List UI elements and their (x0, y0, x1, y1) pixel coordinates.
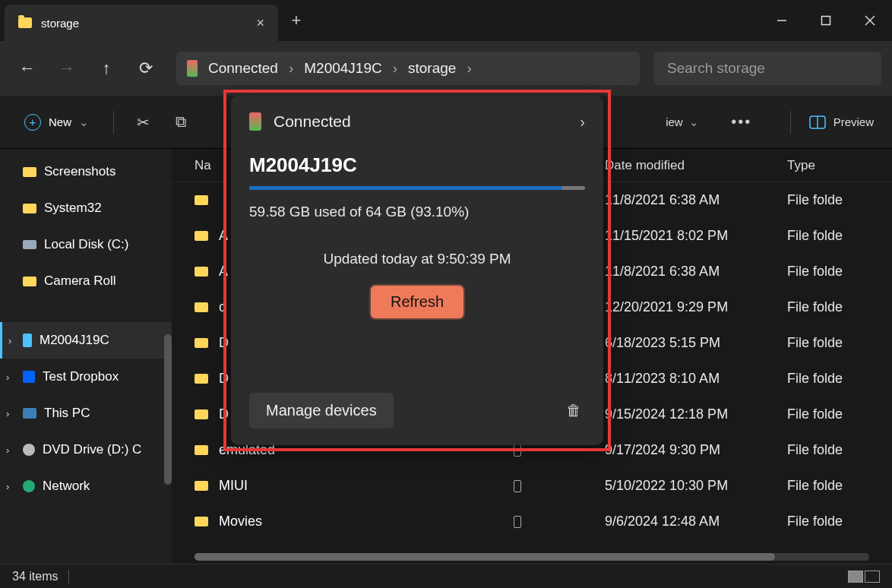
horizontal-scrollbar[interactable] (195, 553, 869, 561)
table-row[interactable]: MIUI5/10/2022 10:30 PMFile folde (172, 468, 892, 504)
tab-title: storage (41, 17, 79, 30)
phone-badge-icon (514, 444, 521, 457)
chevron-right-icon: › (393, 60, 397, 77)
crumb-storage[interactable]: storage (408, 60, 456, 77)
forward-button[interactable]: → (50, 52, 84, 85)
folder-icon (195, 267, 208, 277)
sidebar-item[interactable]: ›M2004J19C (0, 322, 172, 359)
scrollbar-thumb[interactable] (195, 553, 775, 561)
folder-icon (195, 338, 208, 348)
search-input[interactable]: Search storage (653, 52, 881, 85)
phone-badge-icon (514, 480, 521, 492)
folder-icon (195, 409, 208, 419)
col-date[interactable]: Date modified (605, 158, 787, 173)
sidebar-scrollbar[interactable] (164, 334, 172, 485)
chevron-right-icon: › (6, 444, 9, 456)
device-popup: Connected › M2004J19C 59.58 GB used of 6… (231, 96, 603, 445)
storage-usage-text: 59.58 GB used of 64 GB (93.10%) (249, 204, 585, 220)
table-row[interactable]: Movies9/6/2024 12:48 AMFile folde (172, 504, 892, 539)
search-placeholder: Search storage (667, 60, 765, 77)
new-label: New (49, 115, 71, 128)
folder-icon (195, 517, 208, 526)
device-name: M2004J19C (249, 153, 585, 177)
popup-header: Connected (274, 112, 351, 131)
crumb-connected[interactable]: Connected (208, 60, 278, 77)
chevron-down-icon: ⌄ (689, 115, 699, 129)
folder-icon (195, 374, 208, 384)
separator (790, 111, 791, 134)
layout-switcher (848, 571, 880, 583)
minimize-button[interactable] (760, 0, 804, 41)
window-controls (760, 0, 892, 41)
new-button[interactable]: + New ⌄ (14, 106, 100, 138)
chevron-right-icon[interactable]: › (580, 113, 585, 131)
back-button[interactable]: ← (11, 52, 44, 85)
chevron-right-icon: › (6, 408, 9, 419)
sidebar-item[interactable]: Camera Roll (0, 263, 172, 299)
folder-icon (195, 195, 208, 205)
copy-icon[interactable]: ⧉ (166, 107, 196, 138)
sidebar-item[interactable]: ›Test Dropbox (0, 359, 172, 395)
status-bar: 34 items (0, 564, 892, 588)
manage-devices-button[interactable]: Manage devices (249, 393, 394, 428)
titlebar: storage × + (0, 0, 892, 41)
svg-rect-1 (822, 17, 830, 25)
device-icon (187, 60, 198, 77)
chevron-right-icon: › (8, 335, 11, 346)
close-window-button[interactable] (848, 0, 892, 41)
plus-circle-icon: + (24, 114, 41, 131)
layout-grid-icon[interactable] (865, 571, 880, 583)
folder-icon (195, 445, 208, 455)
up-button[interactable]: ↑ (90, 52, 123, 85)
breadcrumb[interactable]: Connected › M2004J19C › storage › (176, 52, 640, 85)
view-button[interactable]: iew ⌄ (666, 115, 699, 129)
new-tab-button[interactable]: + (278, 0, 315, 41)
sidebar-item[interactable]: Screenshots (0, 153, 172, 190)
sidebar-item[interactable]: System32 (0, 190, 172, 226)
refresh-nav-button[interactable]: ⟳ (129, 52, 163, 85)
chevron-right-icon: › (6, 371, 9, 383)
separator (68, 570, 69, 583)
item-count: 34 items (12, 570, 58, 583)
chevron-right-icon: › (289, 60, 293, 77)
chevron-right-icon: › (6, 481, 9, 492)
chevron-down-icon: ⌄ (79, 115, 89, 129)
phone-badge-icon (514, 516, 521, 528)
folder-icon (18, 17, 32, 28)
col-type[interactable]: Type (787, 158, 892, 173)
folder-icon (195, 302, 208, 312)
maximize-button[interactable] (804, 0, 848, 41)
tab-close-icon[interactable]: × (256, 15, 264, 31)
storage-bar-fill (249, 186, 562, 190)
preview-icon (809, 115, 826, 129)
refresh-button[interactable]: Refresh (371, 286, 463, 318)
folder-icon (195, 481, 208, 491)
phone-icon (249, 112, 261, 131)
crumb-device[interactable]: M2004J19C (304, 60, 381, 77)
separator (113, 111, 114, 134)
preview-button[interactable]: Preview (805, 115, 878, 129)
more-icon[interactable]: ••• (726, 107, 757, 138)
tab-storage[interactable]: storage × (5, 5, 278, 41)
folder-icon (195, 231, 208, 241)
sidebar-item[interactable]: ›This PC (0, 395, 172, 432)
updated-text: Updated today at 9:50:39 PM (249, 251, 585, 267)
nav-toolbar: ← → ↑ ⟳ Connected › M2004J19C › storage … (0, 41, 892, 96)
sidebar-item[interactable]: Local Disk (C:) (0, 226, 172, 263)
sidebar-item[interactable]: ›Network (0, 468, 172, 504)
trash-icon[interactable]: 🗑 (562, 400, 585, 422)
chevron-right-icon: › (467, 60, 471, 77)
cut-icon[interactable]: ✂ (128, 107, 158, 138)
storage-bar (249, 186, 585, 190)
sidebar-item[interactable]: ›DVD Drive (D:) C (0, 432, 172, 468)
sidebar: ScreenshotsSystem32Local Disk (C:)Camera… (0, 149, 172, 564)
layout-details-icon[interactable] (848, 571, 863, 583)
